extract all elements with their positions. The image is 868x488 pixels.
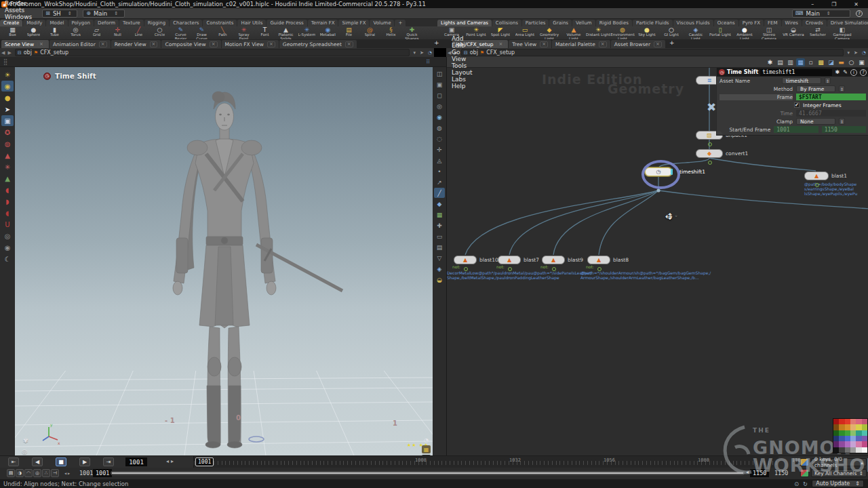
shelf-tool[interactable]: ╱ Line (128, 26, 149, 41)
viewport-tool-icon[interactable]: ▲ (1, 173, 14, 184)
palette-swatch[interactable] (856, 447, 861, 453)
menu-item[interactable]: Add (447, 35, 477, 42)
palette-swatch[interactable] (850, 430, 856, 436)
method-dropdown[interactable]: By Frame (796, 85, 835, 92)
frame-step-buttons[interactable]: ◂▸ (166, 458, 176, 464)
menu-item[interactable]: Go (447, 49, 477, 56)
viewport-tool-icon[interactable]: ✪ (1, 127, 14, 138)
display-option-icon[interactable]: ◌ (434, 134, 445, 144)
palette-swatch[interactable] (845, 441, 850, 447)
viewport-tool-icon[interactable]: U (1, 219, 14, 230)
menu-item[interactable]: View (447, 56, 477, 62)
path-field[interactable]: ⊟ obj ⚑ CFX_setup (15, 49, 410, 56)
palette-swatch[interactable] (856, 430, 861, 436)
playbar-toggle-icon[interactable]: ⊣ (51, 469, 59, 477)
dropdown-icon[interactable]: ▾ (848, 50, 850, 56)
palette-swatch[interactable] (850, 424, 856, 430)
shelf-tab[interactable]: Modify (23, 20, 45, 26)
viewport-tool-icon[interactable]: ◗ (1, 196, 14, 207)
shelf-tab[interactable]: Rigid Bodies (596, 20, 632, 26)
display-option-icon[interactable]: ◍ (434, 123, 445, 133)
close-tab-icon[interactable]: × (99, 41, 107, 47)
network-toolbar-icon[interactable]: ○ (847, 58, 856, 66)
display-option-icon[interactable]: ▦ (434, 209, 445, 220)
shelf-tool[interactable]: T Font (254, 26, 275, 41)
palette-swatch[interactable] (833, 430, 839, 436)
shelf-tab[interactable]: Particles (522, 20, 549, 26)
network-toolbar-icon[interactable]: ▤ (776, 58, 785, 66)
display-option-icon[interactable]: ▭ (434, 231, 445, 241)
dropdown-icon[interactable]: ▾ (414, 50, 416, 56)
shelf-tab[interactable]: FEM (764, 20, 781, 26)
palette-swatch[interactable] (839, 419, 844, 424)
path-node[interactable]: CFX_setup (486, 49, 515, 56)
network-node[interactable]: ▲ blast7 (498, 256, 521, 264)
palette-swatch[interactable] (833, 441, 839, 447)
pane-tab[interactable]: Animation Editor× (50, 40, 111, 48)
pane-tab[interactable]: Material Palette× (552, 40, 610, 48)
network-toolbar-icon[interactable]: ▬ (837, 58, 846, 66)
pane-tab[interactable]: Scene View× (1, 40, 49, 48)
palette-swatch[interactable] (856, 424, 861, 430)
display-option-icon[interactable]: ◉ (434, 112, 445, 122)
viewport-tool-icon[interactable]: ◖ (1, 184, 14, 195)
node-name-field[interactable]: timeshift1 (760, 69, 831, 76)
shelf-tab[interactable]: Polygon (68, 20, 94, 26)
shelf-tab[interactable]: Pyro FX (739, 20, 764, 26)
pane-handle-icon[interactable]: ⣿ (3, 58, 8, 65)
display-option-icon[interactable]: ▣ (434, 79, 445, 89)
transport-button[interactable]: ⇥ (103, 458, 114, 466)
shelf-tab[interactable]: Deform (94, 20, 119, 26)
playbar-toggle-icon[interactable]: ◎ (33, 469, 41, 477)
layout-selector-right[interactable]: ⌨ Main ⇕ (792, 9, 850, 18)
display-option-icon[interactable]: ▤ (434, 242, 445, 252)
path-node[interactable]: CFX_setup (40, 49, 68, 56)
sync-icon[interactable]: ◔ (428, 50, 432, 56)
network-toolbar-icon[interactable]: ▦ (796, 58, 805, 66)
display-option-icon[interactable]: • (434, 166, 445, 176)
shelf-tool[interactable]: ● Sky Light (635, 26, 659, 41)
shelf-tab[interactable]: Lights and Cameras (437, 20, 492, 26)
shelf-tool[interactable]: ◍ Environment Light (610, 26, 635, 41)
viewport-tool-icon[interactable]: ● (1, 92, 14, 103)
palette-swatch[interactable] (862, 441, 867, 447)
new-tab-button[interactable]: + (666, 39, 678, 48)
clamp-dropdown[interactable]: None (796, 118, 835, 125)
end-frame-field[interactable]: 1150 (822, 126, 866, 133)
minimize-button[interactable]: – (811, 1, 814, 7)
shelf-tool[interactable]: ● Ambient Light (732, 26, 757, 41)
help-icon[interactable]: ? (860, 69, 867, 76)
palette-swatch[interactable] (850, 441, 856, 447)
range-step-buttons[interactable]: ◂▸ (64, 470, 71, 476)
network-toolbar-icon[interactable]: ◪ (827, 58, 835, 66)
forward-icon[interactable]: ▶ (7, 50, 11, 56)
display-option-icon[interactable]: ◈ (434, 264, 445, 274)
palette-swatch[interactable] (839, 430, 844, 436)
network-node[interactable]: ◷ timeshift1 (645, 167, 672, 176)
palette-swatch[interactable] (850, 447, 856, 453)
shelf-tool[interactable]: ◈ Caustic Light (684, 26, 708, 41)
display-option-icon[interactable]: ◻ (434, 90, 445, 100)
pane-tab[interactable]: Geometry Spreadsheet× (279, 40, 357, 48)
shelf-tool[interactable]: ✳ L-System (296, 26, 317, 41)
shelf-tool[interactable]: ☀ Distant Light (586, 26, 610, 41)
timeline-range-slider[interactable]: ◂ (111, 471, 745, 475)
palette-swatch[interactable] (845, 436, 850, 441)
display-option-icon[interactable]: ◒ (434, 274, 445, 285)
display-option-icon[interactable]: ◫ (434, 68, 445, 79)
menu-item[interactable]: Assets (0, 7, 37, 14)
shelf-tab[interactable]: Viscous Fluids (673, 20, 713, 26)
shelf-tool[interactable]: ○ GI Light (659, 26, 684, 41)
range-end-field[interactable]: 1150 (750, 469, 769, 477)
shelf-tool[interactable]: ▱ Grid (86, 26, 107, 41)
display-option-icon[interactable]: ↗ (434, 177, 445, 187)
viewport-tool-icon[interactable]: ▣ (1, 115, 14, 126)
shelf-tool[interactable]: ▲ Platonic Solids (275, 26, 296, 41)
palette-swatch[interactable] (833, 436, 839, 441)
path-field[interactable]: ⊟ obj ⚑ CFX_setup (461, 49, 844, 56)
palette-swatch[interactable] (850, 419, 856, 424)
menu-item[interactable]: Render (0, 0, 37, 7)
close-tab-icon[interactable]: × (210, 41, 218, 47)
keys-info-button[interactable]: 0 keys, 0/0 channels▴ (811, 458, 867, 466)
range-start-field[interactable]: 1001 (93, 469, 112, 477)
